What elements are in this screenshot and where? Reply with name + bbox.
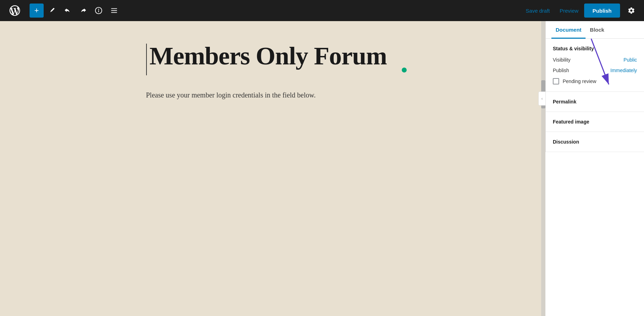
editor-area[interactable]: Members Only Forum Please use your membe… bbox=[0, 21, 545, 316]
sidebar-wrapper: ‹ Document Block Status & visibility Vis… bbox=[545, 21, 644, 316]
status-section-title: Status & visibility bbox=[553, 46, 637, 51]
settings-button[interactable] bbox=[623, 2, 640, 19]
sidebar-tabs: Document Block bbox=[546, 21, 644, 39]
tab-document[interactable]: Document bbox=[551, 21, 586, 39]
wordpress-icon bbox=[8, 4, 21, 17]
publish-button[interactable]: Publish bbox=[584, 4, 620, 18]
featured-image-title: Featured image bbox=[553, 119, 637, 125]
edit-button[interactable] bbox=[45, 4, 59, 18]
undo-button[interactable] bbox=[61, 4, 75, 18]
svg-rect-4 bbox=[111, 10, 117, 11]
svg-rect-5 bbox=[111, 12, 117, 13]
sidebar-collapse-button[interactable]: ‹ bbox=[538, 91, 545, 106]
publish-row: Publish Immediately bbox=[553, 68, 637, 73]
discussion-section[interactable]: Discussion bbox=[546, 132, 644, 152]
pending-review-label: Pending review bbox=[563, 78, 596, 84]
discussion-title: Discussion bbox=[553, 139, 637, 145]
post-title[interactable]: Members Only Forum bbox=[150, 42, 387, 70]
editor-content: Members Only Forum Please use your membe… bbox=[146, 42, 400, 101]
list-icon bbox=[110, 7, 118, 14]
list-view-button[interactable] bbox=[107, 4, 121, 18]
permalink-title: Permalink bbox=[553, 99, 637, 105]
featured-image-section[interactable]: Featured image bbox=[546, 112, 644, 132]
scrollbar-track[interactable] bbox=[541, 21, 545, 316]
tab-block[interactable]: Block bbox=[586, 21, 608, 39]
add-block-button[interactable]: + bbox=[30, 4, 44, 18]
pen-icon bbox=[49, 7, 56, 14]
gear-icon bbox=[627, 7, 635, 14]
post-body[interactable]: Please use your member login credentials… bbox=[146, 89, 400, 101]
visibility-label: Visibility bbox=[553, 57, 570, 63]
pending-review-checkbox[interactable] bbox=[553, 78, 559, 84]
green-dot-indicator bbox=[402, 68, 407, 72]
info-button[interactable] bbox=[92, 4, 106, 18]
sidebar: Document Block Status & visibility Visib… bbox=[545, 21, 644, 152]
redo-button[interactable] bbox=[76, 4, 90, 18]
redo-icon bbox=[79, 7, 87, 14]
status-visibility-section: Status & visibility Visibility Public Pu… bbox=[546, 39, 644, 92]
pending-review-row: Pending review bbox=[553, 78, 637, 84]
preview-button[interactable]: Preview bbox=[555, 5, 582, 17]
svg-rect-3 bbox=[111, 8, 117, 9]
publish-label: Publish bbox=[553, 68, 569, 73]
undo-icon bbox=[64, 7, 71, 14]
visibility-value[interactable]: Public bbox=[624, 57, 637, 63]
info-icon bbox=[95, 7, 102, 14]
toolbar: + Save draft Preview Publish bbox=[0, 0, 644, 21]
save-draft-button[interactable]: Save draft bbox=[521, 5, 554, 17]
main-layout: Members Only Forum Please use your membe… bbox=[0, 21, 644, 316]
post-title-wrapper: Members Only Forum bbox=[146, 42, 400, 75]
visibility-row: Visibility Public bbox=[553, 57, 637, 63]
wp-logo bbox=[4, 0, 25, 21]
toolbar-right-actions: Save draft Preview Publish bbox=[521, 2, 640, 19]
title-cursor bbox=[146, 44, 147, 75]
permalink-section[interactable]: Permalink bbox=[546, 92, 644, 112]
publish-value[interactable]: Immediately bbox=[611, 68, 637, 73]
